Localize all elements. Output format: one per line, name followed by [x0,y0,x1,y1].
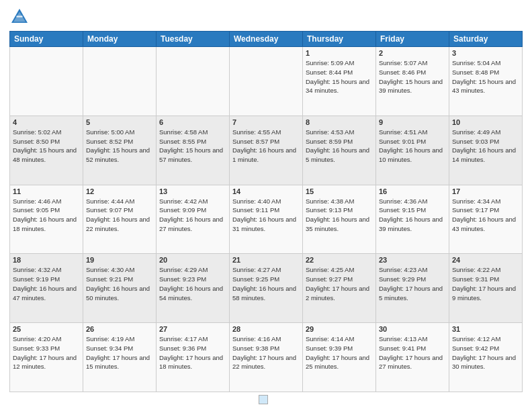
day-cell: 20Sunrise: 4:29 AM Sunset: 9:23 PM Dayli… [157,254,230,323]
day-info: Sunrise: 4:23 AM Sunset: 9:29 PM Dayligh… [379,265,446,302]
footer [9,395,523,404]
day-cell: 23Sunrise: 4:23 AM Sunset: 9:29 PM Dayli… [376,254,449,323]
day-number: 27 [159,325,226,333]
day-cell [230,47,303,116]
day-cell: 9Sunrise: 4:51 AM Sunset: 9:01 PM Daylig… [376,116,449,185]
day-cell: 4Sunrise: 5:02 AM Sunset: 8:50 PM Daylig… [10,116,83,185]
day-info: Sunrise: 4:13 AM Sunset: 9:41 PM Dayligh… [379,334,446,371]
day-number: 17 [452,187,519,195]
daylight-legend-box [259,395,268,404]
day-number: 24 [452,256,519,264]
svg-rect-2 [17,16,23,17]
day-cell: 8Sunrise: 4:53 AM Sunset: 8:59 PM Daylig… [303,116,376,185]
day-info: Sunrise: 4:17 AM Sunset: 9:36 PM Dayligh… [159,334,226,371]
calendar-body: 1Sunrise: 5:09 AM Sunset: 8:44 PM Daylig… [10,47,523,392]
day-number: 26 [86,325,153,333]
day-number: 5 [86,118,153,126]
day-cell: 25Sunrise: 4:20 AM Sunset: 9:33 PM Dayli… [10,323,83,392]
weekday-header-monday: Monday [83,32,157,47]
day-number: 2 [379,49,446,57]
day-cell: 17Sunrise: 4:34 AM Sunset: 9:17 PM Dayli… [449,185,523,254]
day-number: 23 [379,256,446,264]
day-info: Sunrise: 4:36 AM Sunset: 9:15 PM Dayligh… [379,197,446,234]
day-cell: 10Sunrise: 4:49 AM Sunset: 9:03 PM Dayli… [449,116,523,185]
day-number: 13 [159,187,226,195]
day-number: 8 [306,118,373,126]
day-number: 16 [379,187,446,195]
day-info: Sunrise: 5:04 AM Sunset: 8:48 PM Dayligh… [452,58,519,95]
week-row-0: 1Sunrise: 5:09 AM Sunset: 8:44 PM Daylig… [10,47,523,116]
day-info: Sunrise: 4:34 AM Sunset: 9:17 PM Dayligh… [452,197,519,234]
day-number: 18 [13,256,80,264]
day-number: 21 [232,256,300,264]
day-number: 7 [232,118,300,126]
day-cell: 19Sunrise: 4:30 AM Sunset: 9:21 PM Dayli… [83,254,157,323]
week-row-3: 18Sunrise: 4:32 AM Sunset: 9:19 PM Dayli… [10,254,523,323]
day-cell: 31Sunrise: 4:12 AM Sunset: 9:42 PM Dayli… [449,323,523,392]
day-number: 1 [306,49,373,57]
day-info: Sunrise: 4:53 AM Sunset: 8:59 PM Dayligh… [306,128,373,165]
day-cell: 29Sunrise: 4:14 AM Sunset: 9:39 PM Dayli… [303,323,376,392]
day-info: Sunrise: 4:27 AM Sunset: 9:25 PM Dayligh… [232,265,300,302]
day-number: 6 [159,118,226,126]
day-number: 29 [306,325,373,333]
day-cell: 22Sunrise: 4:25 AM Sunset: 9:27 PM Dayli… [303,254,376,323]
day-cell: 13Sunrise: 4:42 AM Sunset: 9:09 PM Dayli… [157,185,230,254]
day-cell: 28Sunrise: 4:16 AM Sunset: 9:38 PM Dayli… [230,323,303,392]
day-info: Sunrise: 4:46 AM Sunset: 9:05 PM Dayligh… [13,197,80,234]
day-info: Sunrise: 4:12 AM Sunset: 9:42 PM Dayligh… [452,334,519,371]
day-cell [83,47,157,116]
day-info: Sunrise: 4:55 AM Sunset: 8:57 PM Dayligh… [232,128,300,165]
weekday-header-thursday: Thursday [303,32,376,47]
day-number: 9 [379,118,446,126]
day-number: 11 [13,187,80,195]
day-number: 19 [86,256,153,264]
calendar-header: SundayMondayTuesdayWednesdayThursdayFrid… [10,32,523,47]
day-number: 10 [452,118,519,126]
day-info: Sunrise: 4:29 AM Sunset: 9:23 PM Dayligh… [159,265,226,302]
day-number: 15 [306,187,373,195]
day-number: 22 [306,256,373,264]
day-info: Sunrise: 4:32 AM Sunset: 9:19 PM Dayligh… [13,265,80,302]
weekday-header-sunday: Sunday [10,32,83,47]
day-info: Sunrise: 5:02 AM Sunset: 8:50 PM Dayligh… [13,128,80,165]
day-cell [157,47,230,116]
day-cell: 18Sunrise: 4:32 AM Sunset: 9:19 PM Dayli… [10,254,83,323]
logo [9,7,32,27]
weekday-header-tuesday: Tuesday [157,32,230,47]
day-cell: 5Sunrise: 5:00 AM Sunset: 8:52 PM Daylig… [83,116,157,185]
day-info: Sunrise: 4:58 AM Sunset: 8:55 PM Dayligh… [159,128,226,165]
logo-icon [9,7,30,27]
day-number: 28 [232,325,300,333]
day-info: Sunrise: 5:00 AM Sunset: 8:52 PM Dayligh… [86,128,153,165]
header [9,7,523,27]
weekday-row: SundayMondayTuesdayWednesdayThursdayFrid… [10,32,523,47]
day-info: Sunrise: 4:51 AM Sunset: 9:01 PM Dayligh… [379,128,446,165]
day-number: 4 [13,118,80,126]
day-cell [10,47,83,116]
day-cell: 30Sunrise: 4:13 AM Sunset: 9:41 PM Dayli… [376,323,449,392]
day-number: 12 [86,187,153,195]
day-cell: 26Sunrise: 4:19 AM Sunset: 9:34 PM Dayli… [83,323,157,392]
day-cell: 15Sunrise: 4:38 AM Sunset: 9:13 PM Dayli… [303,185,376,254]
week-row-4: 25Sunrise: 4:20 AM Sunset: 9:33 PM Dayli… [10,323,523,392]
day-info: Sunrise: 5:09 AM Sunset: 8:44 PM Dayligh… [306,58,373,95]
day-cell: 2Sunrise: 5:07 AM Sunset: 8:46 PM Daylig… [376,47,449,116]
day-info: Sunrise: 4:16 AM Sunset: 9:38 PM Dayligh… [232,334,300,371]
calendar-table: SundayMondayTuesdayWednesdayThursdayFrid… [9,31,523,392]
day-cell: 27Sunrise: 4:17 AM Sunset: 9:36 PM Dayli… [157,323,230,392]
week-row-2: 11Sunrise: 4:46 AM Sunset: 9:05 PM Dayli… [10,185,523,254]
day-cell: 12Sunrise: 4:44 AM Sunset: 9:07 PM Dayli… [83,185,157,254]
day-info: Sunrise: 4:22 AM Sunset: 9:31 PM Dayligh… [452,265,519,302]
week-row-1: 4Sunrise: 5:02 AM Sunset: 8:50 PM Daylig… [10,116,523,185]
day-info: Sunrise: 5:07 AM Sunset: 8:46 PM Dayligh… [379,58,446,95]
weekday-header-wednesday: Wednesday [230,32,303,47]
day-info: Sunrise: 4:25 AM Sunset: 9:27 PM Dayligh… [306,265,373,302]
day-number: 3 [452,49,519,57]
day-cell: 14Sunrise: 4:40 AM Sunset: 9:11 PM Dayli… [230,185,303,254]
day-info: Sunrise: 4:42 AM Sunset: 9:09 PM Dayligh… [159,197,226,234]
day-info: Sunrise: 4:14 AM Sunset: 9:39 PM Dayligh… [306,334,373,371]
day-cell: 24Sunrise: 4:22 AM Sunset: 9:31 PM Dayli… [449,254,523,323]
day-number: 14 [232,187,300,195]
day-info: Sunrise: 4:40 AM Sunset: 9:11 PM Dayligh… [232,197,300,234]
